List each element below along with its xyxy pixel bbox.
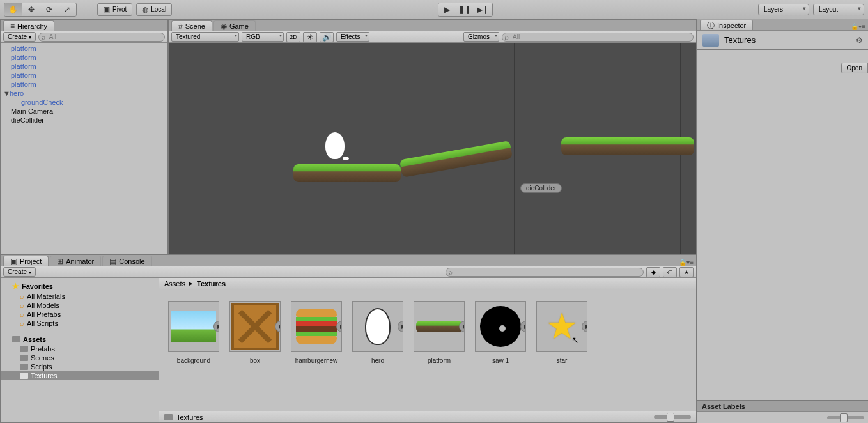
hierarchy-create-button[interactable]: Create ▾ [3, 32, 36, 42]
inspector-title: Textures [724, 35, 756, 45]
hierarchy-item[interactable]: platform [1, 44, 167, 53]
pivot-icon: ▣ [103, 6, 110, 13]
favorite-item[interactable]: ⌕All Prefabs [1, 310, 159, 319]
expand-icon[interactable]: ▼ [3, 89, 10, 97]
move-tool[interactable]: ✥ [22, 3, 40, 16]
asset-thumb[interactable]: ▶hero [352, 301, 403, 364]
background-thumb-art [171, 311, 216, 342]
game-tab[interactable]: ◉Game [213, 20, 256, 31]
mode-2d-button[interactable]: 2D [286, 32, 300, 42]
pause-button[interactable]: ❚❚ [456, 3, 474, 16]
hierarchy-item[interactable]: platform [1, 53, 167, 62]
favorite-item[interactable]: ⌕All Models [1, 301, 159, 310]
scene-view[interactable]: dieCollider [169, 43, 696, 254]
sun-icon: ☀ [307, 33, 314, 41]
scale-tool[interactable]: ⤢ [58, 3, 76, 16]
scene-tab[interactable]: #Scene [171, 20, 212, 31]
assets-header[interactable]: Assets [1, 334, 159, 344]
asset-thumb[interactable]: ▶saw 1 [475, 301, 526, 364]
project-search-input[interactable] [446, 268, 644, 277]
fav-label: Favorites [22, 282, 53, 290]
console-tab[interactable]: ▤Console [102, 256, 151, 266]
hierarchy-item[interactable]: platform [1, 80, 167, 89]
step-button[interactable]: ▶❙ [474, 3, 492, 16]
search-filter-button[interactable]: ◆ [646, 267, 660, 277]
pivot-toggle[interactable]: ▣Pivot [97, 3, 132, 16]
hierarchy-item[interactable]: platform [1, 62, 167, 71]
audio-toggle[interactable]: 🔊 [320, 32, 334, 42]
expand-chip-icon[interactable]: ▶ [520, 321, 526, 332]
project-tab[interactable]: ▣Project [3, 256, 49, 266]
expand-chip-icon[interactable]: ▶ [336, 321, 342, 332]
layers-dropdown[interactable]: Layers [758, 4, 809, 15]
hierarchy-item-camera[interactable]: Main Camera [1, 107, 167, 116]
play-button[interactable]: ▶ [438, 3, 456, 16]
breadcrumb-item[interactable]: Textures [197, 280, 226, 288]
search-placeholder: All [513, 33, 520, 40]
platform-thumb-art [416, 321, 462, 332]
hierarchy-item-groundcheck[interactable]: groundCheck [1, 98, 167, 107]
scene-search-input[interactable]: All [502, 33, 694, 42]
hero-sprite[interactable] [325, 132, 345, 159]
platform-sprite[interactable] [293, 164, 401, 182]
fav-item-label: All Materials [27, 293, 65, 300]
preview-size-slider[interactable] [827, 416, 864, 419]
breadcrumb-item[interactable]: Assets [164, 280, 185, 288]
expand-chip-icon[interactable]: ▶ [582, 321, 587, 332]
folder-item-textures[interactable]: Textures [1, 371, 159, 380]
scene-object-label[interactable]: dieCollider [520, 183, 562, 193]
thumbnail-size-slider[interactable] [654, 415, 691, 419]
light-toggle[interactable]: ☀ [303, 32, 317, 42]
hand-tool[interactable]: ✋ [4, 3, 22, 16]
hierarchy-item-hero[interactable]: ▼hero [1, 89, 167, 98]
rotate-tool[interactable]: ⟳ [40, 3, 58, 16]
platform-sprite[interactable] [561, 137, 694, 155]
asset-label: platform [414, 357, 465, 364]
hierarchy-item[interactable]: platform [1, 71, 167, 80]
favorite-item[interactable]: ⌕All Materials [1, 292, 159, 301]
cursor-icon: ↖ [571, 335, 579, 345]
asset-thumb[interactable]: ▶background [168, 301, 219, 364]
layout-dropdown[interactable]: Layout [813, 4, 864, 15]
folder-icon [20, 355, 28, 361]
asset-thumb[interactable]: ▶platform [414, 301, 465, 364]
search-label-button[interactable]: 🏷 [663, 267, 677, 277]
hierarchy-search-input[interactable]: All [38, 33, 165, 42]
shading-dropdown[interactable]: Textured [171, 32, 239, 42]
hero-thumb-art [365, 308, 391, 345]
gear-icon[interactable]: ⚙ [856, 36, 863, 44]
animator-tab[interactable]: ⊞Animator [50, 256, 101, 266]
inspector-tab[interactable]: ⓘInspector [700, 20, 753, 30]
hierarchy-tab[interactable]: ≡Hierarchy [3, 20, 54, 31]
expand-chip-icon[interactable]: ▶ [398, 321, 403, 332]
hierarchy-item-diecollider[interactable]: dieCollider [1, 116, 167, 125]
search-icon: ⌕ [20, 302, 24, 309]
project-create-button[interactable]: Create ▾ [3, 267, 36, 277]
gizmos-dropdown[interactable]: Gizmos [463, 32, 499, 42]
hierarchy-panel: ≡Hierarchy ▾≡ Create ▾ All platform plat… [0, 19, 168, 254]
folder-item[interactable]: Prefabs [1, 344, 159, 353]
folder-item[interactable]: Scripts [1, 362, 159, 371]
effects-dropdown[interactable]: Effects [336, 32, 369, 42]
inspector-panel: ⓘInspector 🔒▾≡ Textures ⚙ Open [697, 19, 868, 423]
folder-icon [20, 364, 28, 370]
panel-lock-icon[interactable]: 🔒▾≡ [679, 259, 694, 266]
panel-lock-icon[interactable]: 🔒▾≡ [851, 23, 865, 30]
folder-item[interactable]: Scenes [1, 353, 159, 362]
asset-thumb[interactable]: ★▶↖star [536, 301, 587, 364]
search-placeholder: All [49, 33, 56, 40]
favorites-header[interactable]: ★Favorites [1, 281, 159, 292]
asset-labels-header[interactable]: Asset Labels [697, 400, 868, 411]
asset-thumb[interactable]: ▶hamburgernew [291, 301, 342, 364]
favorite-item[interactable]: ⌕All Scripts [1, 319, 159, 328]
asset-thumb[interactable]: ▶box [229, 301, 281, 364]
platform-sprite[interactable] [399, 141, 513, 178]
open-button[interactable]: Open [841, 63, 868, 73]
project-footer: Textures [159, 411, 696, 422]
local-toggle[interactable]: ◍Local [136, 3, 172, 16]
folder-icon [702, 34, 719, 47]
rendermode-dropdown[interactable]: RGB [242, 32, 284, 42]
hand-icon: ✋ [8, 6, 18, 13]
search-save-button[interactable]: ★ [679, 267, 694, 277]
scene-icon: # [178, 22, 183, 30]
